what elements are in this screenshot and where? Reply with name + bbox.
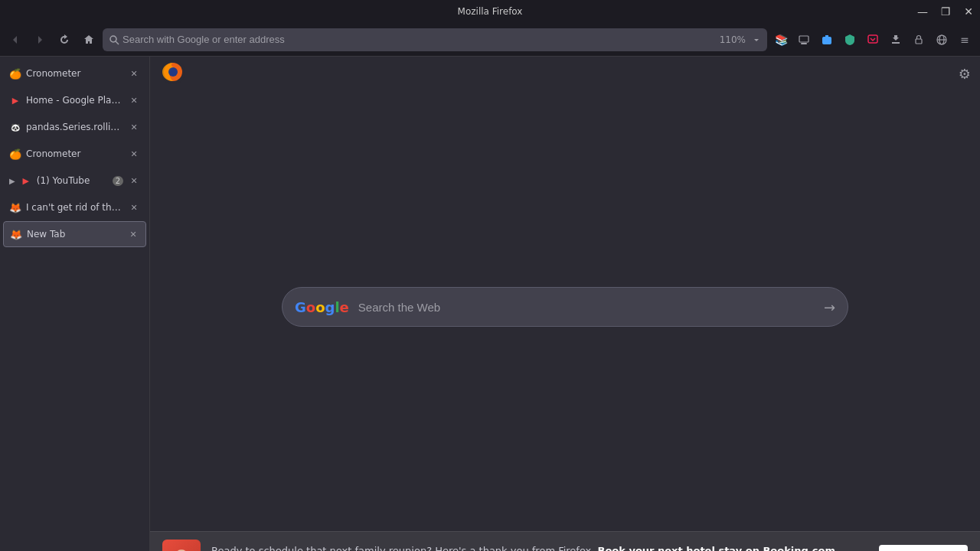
tab-item-cronometer-2[interactable]: 🍊 Cronometer ✕ (3, 141, 146, 167)
tab-favicon: 🍊 (9, 148, 21, 160)
svg-point-11 (168, 67, 178, 77)
tab-label: Cronometer (26, 68, 123, 79)
svg-rect-2 (799, 36, 808, 42)
hotel-icon: 🏨 (170, 548, 193, 552)
tab-close-button[interactable]: ✕ (128, 94, 140, 106)
synced-tabs-icon[interactable] (793, 29, 815, 51)
tab-label: Home - Google Play M... (26, 95, 123, 106)
svg-rect-5 (916, 39, 922, 44)
back-button[interactable] (5, 29, 26, 51)
firefox-logo (159, 58, 187, 89)
tab-item-icantgetrid[interactable]: 🦊 I can't get rid of the s... ✕ (3, 194, 146, 220)
search-submit-arrow[interactable]: → (824, 299, 835, 315)
tab-favicon: 🐼 (9, 121, 21, 133)
tab-item-new-tab[interactable]: 🦊 New Tab ✕ (3, 221, 146, 247)
bookmarks-sidebar-icon[interactable]: 📚 (770, 29, 792, 51)
tab-favicon: ▶ (20, 174, 32, 187)
search-box[interactable]: Google → (282, 287, 848, 327)
tab-close-button[interactable]: ✕ (128, 201, 140, 214)
extensions-icon[interactable] (816, 29, 838, 51)
address-input[interactable] (122, 34, 717, 45)
address-bar[interactable]: 110% (103, 28, 767, 51)
svg-point-0 (110, 36, 116, 42)
tab-item-cronometer-1[interactable]: 🍊 Cronometer ✕ (3, 60, 146, 86)
home-button[interactable] (78, 29, 100, 51)
sidebar: 🍊 Cronometer ✕ ▶ Home - Google Play M...… (0, 57, 150, 551)
pocket-icon[interactable] (862, 29, 884, 51)
restore-button[interactable]: ❐ (934, 0, 957, 23)
svg-line-1 (116, 41, 119, 44)
tab-close-button[interactable]: ✕ (128, 67, 140, 80)
tab-favicon: 🍊 (9, 67, 21, 80)
privacy-icon[interactable] (908, 29, 929, 51)
search-input[interactable] (358, 301, 815, 314)
tab-close-button[interactable]: ✕ (128, 174, 140, 187)
tab-label: I can't get rid of the s... (26, 202, 123, 213)
svg-rect-4 (868, 35, 877, 43)
ad-banner: 🏨 Ready to schedule that next family reu… (150, 531, 980, 551)
tab-close-button[interactable]: ✕ (128, 121, 140, 133)
browser-layout: 🍊 Cronometer ✕ ▶ Home - Google Play M...… (0, 57, 980, 551)
tab-favicon: 🦊 (9, 201, 21, 214)
window-title: Mozilla Firefox (458, 6, 523, 17)
svg-rect-3 (801, 43, 807, 44)
tab-item-pandas-series-rolling[interactable]: 🐼 pandas.Series.rolling... ✕ (3, 114, 146, 140)
forward-button[interactable] (29, 29, 51, 51)
page-body: Google → (150, 90, 980, 551)
ublock-icon[interactable] (839, 29, 861, 51)
tab-favicon: 🦊 (10, 228, 22, 240)
close-button[interactable]: ✕ (957, 0, 980, 23)
tab-group-badge: 2 (113, 176, 123, 186)
tab-group-arrow-icon: ▶ (9, 177, 15, 185)
find-hotel-button[interactable]: Find a Hotel (879, 545, 968, 552)
zoom-level: 110% (717, 33, 749, 47)
tab-list: 🍊 Cronometer ✕ ▶ Home - Google Play M...… (0, 57, 149, 551)
tab-label: pandas.Series.rolling... (26, 122, 123, 132)
minimize-button[interactable]: — (911, 0, 934, 23)
overflow-menu-icon[interactable]: ≡ (954, 29, 975, 51)
ad-image: 🏨 (162, 540, 201, 552)
tab-item-home-google-play[interactable]: ▶ Home - Google Play M... ✕ (3, 87, 146, 113)
ad-text: Ready to schedule that next family reuni… (211, 543, 868, 551)
navigation-bar: 110% 📚 ≡ (0, 23, 980, 57)
tab-label: New Tab (27, 229, 122, 240)
tab-label: Cronometer (26, 148, 123, 159)
window-controls: — ❐ ✕ (911, 0, 980, 23)
title-bar: Mozilla Firefox — ❐ ✕ (0, 0, 980, 23)
vpn-icon[interactable] (931, 29, 952, 51)
tab-close-button[interactable]: ✕ (128, 148, 140, 160)
main-content: ⚙ Google → 🏨 Ready to schedule that next… (150, 57, 980, 551)
settings-icon[interactable]: ⚙ (959, 66, 971, 82)
ad-text-before: Ready to schedule that next family reuni… (211, 545, 597, 551)
toolbar-icons: 📚 ≡ (770, 29, 975, 51)
tab-label: (1) YouTube (37, 175, 108, 186)
tab-item-youtube-group[interactable]: ▶ ▶ (1) YouTube 2 ✕ (3, 168, 146, 194)
tab-close-button[interactable]: ✕ (127, 228, 139, 240)
tab-favicon: ▶ (9, 94, 21, 106)
main-header: ⚙ (150, 57, 980, 90)
addons-icon[interactable] (885, 29, 906, 51)
reload-button[interactable] (54, 29, 75, 51)
google-logo: Google (295, 299, 349, 315)
